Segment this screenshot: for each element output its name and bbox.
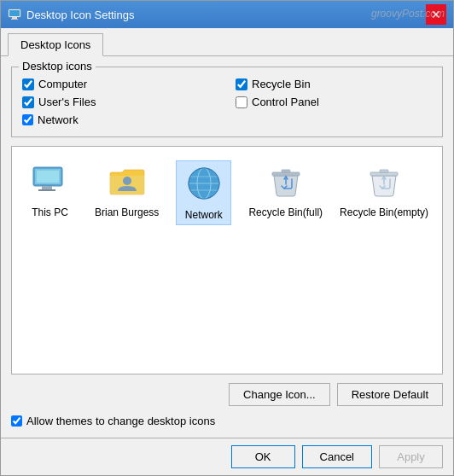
checkbox-computer-input[interactable]: [22, 78, 34, 90]
main-content: Desktop icons Computer Recycle Bin User'…: [1, 56, 453, 438]
recycle-bin-full-icon: [265, 160, 306, 201]
svg-rect-6: [42, 186, 52, 189]
checkbox-recycle-label: Recycle Bin: [252, 78, 311, 90]
allow-themes-label: Allow themes to change desktop icons: [26, 415, 215, 427]
user-folder-icon: [107, 160, 148, 201]
icon-recycle-full[interactable]: Recycle Bin(full): [248, 160, 323, 220]
checkbox-computer-label: Computer: [38, 78, 87, 90]
ok-button[interactable]: OK: [231, 445, 295, 468]
checkbox-users-input[interactable]: [22, 96, 34, 108]
icon-recycle-empty-label: Recycle Bin(empty): [340, 206, 428, 220]
desktop-icons-group: Desktop icons Computer Recycle Bin User'…: [11, 67, 443, 137]
svg-rect-18: [282, 170, 290, 172]
checkbox-recycle-input[interactable]: [236, 78, 247, 90]
allow-themes-row: Allow themes to change desktop icons: [11, 415, 443, 427]
title-bar-left: Desktop Icon Settings: [8, 8, 134, 21]
svg-rect-7: [38, 189, 55, 191]
checkbox-control-input[interactable]: [236, 96, 247, 108]
icons-preview-box: This PC Brian Burgess: [11, 146, 443, 374]
allow-themes-checkbox[interactable]: [11, 415, 22, 427]
svg-rect-8: [37, 171, 59, 183]
checkbox-users-label: User's Files: [38, 96, 96, 108]
checkbox-users: User's Files: [22, 96, 218, 108]
svg-rect-19: [370, 172, 398, 176]
tab-bar: Desktop Icons: [1, 28, 453, 56]
checkbox-control-label: Control Panel: [252, 96, 319, 108]
checkbox-network-input[interactable]: [22, 114, 33, 125]
checkbox-network-label: Network: [38, 113, 79, 126]
bottom-buttons: OK Cancel Apply: [1, 438, 453, 475]
icon-this-pc-label: This PC: [32, 206, 68, 220]
title-bar: Desktop Icon Settings ✕: [1, 1, 453, 28]
icon-brian-burgess-label: Brian Burgess: [95, 206, 159, 220]
svg-rect-3: [11, 19, 18, 20]
svg-rect-20: [380, 170, 388, 172]
svg-rect-2: [12, 17, 17, 19]
checkbox-recycle: Recycle Bin: [236, 78, 432, 90]
desktop-icon-settings-window: Desktop Icon Settings ✕ Desktop Icons De…: [0, 0, 454, 476]
tab-desktop-icons[interactable]: Desktop Icons: [8, 33, 103, 56]
svg-point-10: [123, 177, 131, 185]
window-title: Desktop Icon Settings: [26, 9, 134, 21]
cancel-button[interactable]: Cancel: [302, 445, 372, 468]
apply-button[interactable]: Apply: [379, 445, 443, 468]
close-button[interactable]: ✕: [426, 4, 446, 25]
checkboxes-grid: Computer Recycle Bin User's Files Contro…: [22, 78, 432, 108]
window-icon: [8, 8, 21, 21]
icon-network-label: Network: [185, 209, 223, 223]
icon-this-pc[interactable]: This PC: [22, 160, 78, 220]
network-row: Network: [22, 113, 432, 126]
change-icon-button[interactable]: Change Icon...: [229, 383, 330, 406]
svg-rect-1: [9, 10, 20, 16]
icon-recycle-full-label: Recycle Bin(full): [248, 206, 323, 220]
icon-action-buttons: Change Icon... Restore Default: [11, 383, 443, 406]
network-icon: [183, 163, 224, 204]
restore-default-button[interactable]: Restore Default: [337, 383, 443, 406]
group-label: Desktop icons: [19, 60, 96, 73]
icon-recycle-empty[interactable]: Recycle Bin(empty): [340, 160, 428, 220]
this-pc-icon: [30, 160, 71, 201]
icon-network[interactable]: Network: [176, 160, 231, 225]
recycle-bin-empty-icon: [364, 160, 405, 201]
checkbox-control: Control Panel: [236, 96, 432, 108]
checkbox-computer: Computer: [22, 78, 218, 90]
icon-brian-burgess[interactable]: Brian Burgess: [95, 160, 159, 220]
svg-rect-17: [272, 172, 300, 176]
